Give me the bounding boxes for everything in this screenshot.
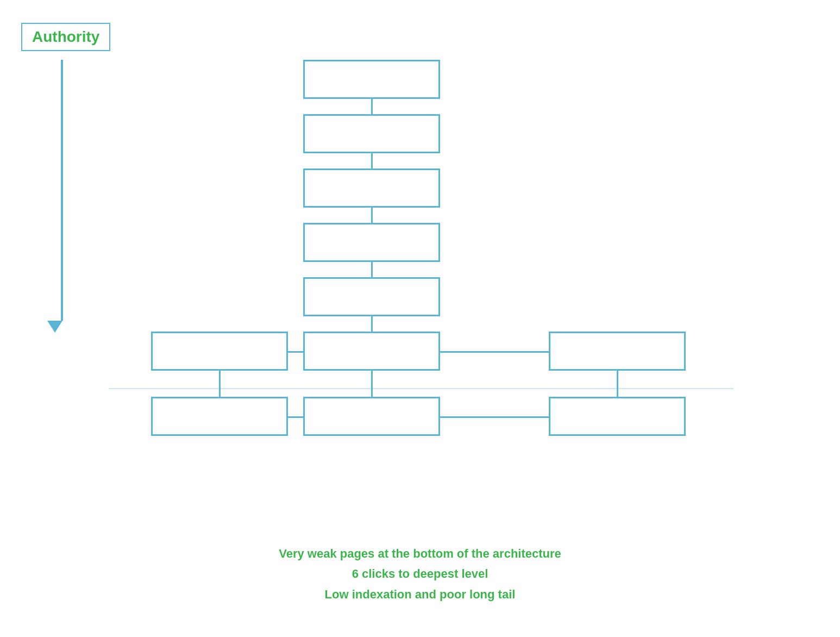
box-level-1 (303, 60, 440, 99)
hline-row7-left-center (288, 416, 303, 418)
footer-line3: Low indexation and poor long tail (0, 584, 840, 604)
box-row7-left (151, 397, 288, 436)
authority-arrow (54, 60, 70, 333)
separator-line (109, 388, 734, 389)
hline-row6-center-right (440, 351, 549, 353)
box-level-2 (303, 114, 440, 153)
hline-row6-left-center (288, 351, 303, 353)
footer-line1: Very weak pages at the bottom of the arc… (0, 544, 840, 564)
box-level-4 (303, 223, 440, 262)
vline-6R-7R (617, 371, 618, 397)
vline-6L-7L (219, 371, 221, 397)
footer-text: Very weak pages at the bottom of the arc… (0, 544, 840, 604)
box-level-5 (303, 277, 440, 316)
box-row6-center (303, 332, 440, 371)
vline-3-4 (371, 208, 373, 223)
footer-line2: 6 clicks to deepest level (0, 564, 840, 584)
vline-6C-7C (371, 371, 373, 397)
box-row7-right (549, 397, 686, 436)
vline-4-5 (371, 262, 373, 277)
arrow-line (61, 60, 63, 321)
vline-1-2 (371, 99, 373, 114)
box-row6-left (151, 332, 288, 371)
vline-2-3 (371, 153, 373, 168)
vline-5-6 (371, 316, 373, 332)
hline-row7-center-right (440, 416, 549, 418)
arrow-head (47, 321, 62, 333)
box-row6-right (549, 332, 686, 371)
authority-label: Authority (21, 23, 110, 51)
diagram-container: Authority (0, 0, 840, 637)
box-level-3 (303, 168, 440, 208)
box-row7-center (303, 397, 440, 436)
